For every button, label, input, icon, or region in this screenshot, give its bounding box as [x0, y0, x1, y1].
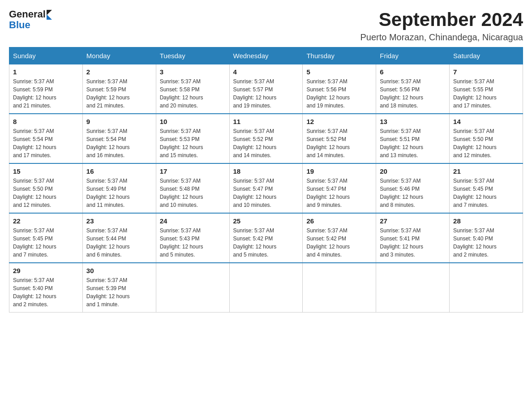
day-number: 17 — [160, 167, 226, 175]
day-number: 25 — [233, 217, 299, 225]
calendar-week-row: 15 Sunrise: 5:37 AMSunset: 5:50 PMDaylig… — [9, 163, 523, 213]
day-info: Sunrise: 5:37 AMSunset: 5:52 PMDaylight:… — [306, 127, 372, 159]
day-number: 4 — [233, 68, 299, 76]
day-info: Sunrise: 5:37 AMSunset: 5:54 PMDaylight:… — [13, 127, 79, 159]
calendar-day-cell: 12 Sunrise: 5:37 AMSunset: 5:52 PMDaylig… — [303, 114, 376, 163]
day-info: Sunrise: 5:37 AMSunset: 5:42 PMDaylight:… — [233, 227, 299, 259]
day-number: 18 — [233, 167, 299, 175]
day-number: 5 — [306, 68, 372, 76]
calendar-day-cell: 10 Sunrise: 5:37 AMSunset: 5:53 PMDaylig… — [156, 114, 229, 163]
day-info: Sunrise: 5:37 AMSunset: 5:53 PMDaylight:… — [160, 127, 226, 159]
logo: General Blue — [9, 9, 52, 30]
day-number: 29 — [13, 267, 79, 274]
day-info: Sunrise: 5:37 AMSunset: 5:41 PMDaylight:… — [380, 227, 446, 259]
logo-blue: Blue — [9, 19, 30, 30]
calendar-day-cell: 28 Sunrise: 5:37 AMSunset: 5:40 PMDaylig… — [450, 213, 523, 263]
calendar-day-cell: 1 Sunrise: 5:37 AMSunset: 5:59 PMDayligh… — [9, 64, 83, 114]
day-number: 28 — [453, 217, 519, 225]
calendar-table: SundayMondayTuesdayWednesdayThursdayFrid… — [9, 47, 523, 313]
calendar-header-row: SundayMondayTuesdayWednesdayThursdayFrid… — [9, 47, 523, 64]
calendar-day-cell: 4 Sunrise: 5:37 AMSunset: 5:57 PMDayligh… — [229, 64, 303, 114]
header-thursday: Thursday — [303, 47, 376, 64]
day-info: Sunrise: 5:37 AMSunset: 5:54 PMDaylight:… — [86, 127, 152, 159]
header-tuesday: Tuesday — [156, 47, 229, 64]
day-info: Sunrise: 5:37 AMSunset: 5:42 PMDaylight:… — [306, 227, 372, 259]
day-number: 12 — [306, 118, 372, 125]
calendar-week-row: 8 Sunrise: 5:37 AMSunset: 5:54 PMDayligh… — [9, 114, 523, 163]
day-info: Sunrise: 5:37 AMSunset: 5:57 PMDaylight:… — [233, 77, 299, 110]
header-monday: Monday — [82, 47, 156, 64]
day-number: 10 — [160, 118, 226, 125]
calendar-week-row: 29 Sunrise: 5:37 AMSunset: 5:40 PMDaylig… — [9, 263, 523, 313]
calendar-day-cell: 21 Sunrise: 5:37 AMSunset: 5:45 PMDaylig… — [450, 163, 523, 213]
calendar-day-cell: 6 Sunrise: 5:37 AMSunset: 5:56 PMDayligh… — [376, 64, 450, 114]
calendar-day-cell: 16 Sunrise: 5:37 AMSunset: 5:49 PMDaylig… — [82, 163, 156, 213]
day-info: Sunrise: 5:37 AMSunset: 5:50 PMDaylight:… — [453, 127, 519, 159]
calendar-day-cell: 19 Sunrise: 5:37 AMSunset: 5:47 PMDaylig… — [303, 163, 376, 213]
calendar-day-cell: 18 Sunrise: 5:37 AMSunset: 5:47 PMDaylig… — [229, 163, 303, 213]
day-info: Sunrise: 5:37 AMSunset: 5:43 PMDaylight:… — [160, 227, 226, 259]
day-info: Sunrise: 5:37 AMSunset: 5:40 PMDaylight:… — [13, 276, 79, 308]
day-number: 19 — [306, 167, 372, 175]
day-number: 7 — [453, 68, 519, 76]
calendar-day-cell: 9 Sunrise: 5:37 AMSunset: 5:54 PMDayligh… — [82, 114, 156, 163]
calendar-day-cell: 8 Sunrise: 5:37 AMSunset: 5:54 PMDayligh… — [9, 114, 83, 163]
header-sunday: Sunday — [9, 47, 83, 64]
calendar-subtitle: Puerto Morazan, Chinandega, Nicaragua — [360, 32, 523, 43]
calendar-day-cell: 17 Sunrise: 5:37 AMSunset: 5:48 PMDaylig… — [156, 163, 229, 213]
day-info: Sunrise: 5:37 AMSunset: 5:59 PMDaylight:… — [13, 77, 79, 110]
calendar-day-cell: 3 Sunrise: 5:37 AMSunset: 5:58 PMDayligh… — [156, 64, 229, 114]
calendar-day-cell: 25 Sunrise: 5:37 AMSunset: 5:42 PMDaylig… — [229, 213, 303, 263]
day-number: 6 — [380, 68, 446, 76]
day-number: 20 — [380, 167, 446, 175]
calendar-day-cell: 2 Sunrise: 5:37 AMSunset: 5:59 PMDayligh… — [82, 64, 156, 114]
day-number: 16 — [86, 167, 152, 175]
day-info: Sunrise: 5:37 AMSunset: 5:45 PMDaylight:… — [453, 177, 519, 209]
calendar-day-cell: 20 Sunrise: 5:37 AMSunset: 5:46 PMDaylig… — [376, 163, 450, 213]
calendar-day-cell: 26 Sunrise: 5:37 AMSunset: 5:42 PMDaylig… — [303, 213, 376, 263]
day-info: Sunrise: 5:37 AMSunset: 5:48 PMDaylight:… — [160, 177, 226, 209]
calendar-week-row: 1 Sunrise: 5:37 AMSunset: 5:59 PMDayligh… — [9, 64, 523, 114]
page-header: General Blue September 2024 Puerto Moraz… — [9, 9, 523, 43]
day-number: 23 — [86, 217, 152, 225]
header-friday: Friday — [376, 47, 450, 64]
calendar-day-cell: 5 Sunrise: 5:37 AMSunset: 5:56 PMDayligh… — [303, 64, 376, 114]
calendar-title: September 2024 — [360, 9, 523, 30]
day-number: 1 — [13, 68, 79, 76]
day-info: Sunrise: 5:37 AMSunset: 5:45 PMDaylight:… — [13, 227, 79, 259]
day-number: 13 — [380, 118, 446, 125]
calendar-day-cell: 13 Sunrise: 5:37 AMSunset: 5:51 PMDaylig… — [376, 114, 450, 163]
day-info: Sunrise: 5:37 AMSunset: 5:58 PMDaylight:… — [160, 77, 226, 110]
calendar-day-cell — [156, 263, 229, 313]
day-number: 14 — [453, 118, 519, 125]
day-info: Sunrise: 5:37 AMSunset: 5:50 PMDaylight:… — [13, 177, 79, 209]
calendar-day-cell — [303, 263, 376, 313]
day-info: Sunrise: 5:37 AMSunset: 5:47 PMDaylight:… — [306, 177, 372, 209]
day-info: Sunrise: 5:37 AMSunset: 5:59 PMDaylight:… — [86, 77, 152, 110]
title-section: September 2024 Puerto Morazan, Chinandeg… — [360, 9, 523, 43]
day-number: 22 — [13, 217, 79, 225]
logo-general: General — [9, 9, 46, 20]
calendar-day-cell: 27 Sunrise: 5:37 AMSunset: 5:41 PMDaylig… — [376, 213, 450, 263]
calendar-day-cell: 14 Sunrise: 5:37 AMSunset: 5:50 PMDaylig… — [450, 114, 523, 163]
day-info: Sunrise: 5:37 AMSunset: 5:56 PMDaylight:… — [306, 77, 372, 110]
day-number: 8 — [13, 118, 79, 125]
day-number: 3 — [160, 68, 226, 76]
day-info: Sunrise: 5:37 AMSunset: 5:52 PMDaylight:… — [233, 127, 299, 159]
day-info: Sunrise: 5:37 AMSunset: 5:39 PMDaylight:… — [86, 276, 152, 308]
day-info: Sunrise: 5:37 AMSunset: 5:44 PMDaylight:… — [86, 227, 152, 259]
day-info: Sunrise: 5:37 AMSunset: 5:40 PMDaylight:… — [453, 227, 519, 259]
day-info: Sunrise: 5:37 AMSunset: 5:46 PMDaylight:… — [380, 177, 446, 209]
header-saturday: Saturday — [450, 47, 523, 64]
header-wednesday: Wednesday — [229, 47, 303, 64]
calendar-week-row: 22 Sunrise: 5:37 AMSunset: 5:45 PMDaylig… — [9, 213, 523, 263]
calendar-day-cell: 24 Sunrise: 5:37 AMSunset: 5:43 PMDaylig… — [156, 213, 229, 263]
day-number: 26 — [306, 217, 372, 225]
calendar-day-cell — [376, 263, 450, 313]
calendar-day-cell — [229, 263, 303, 313]
day-number: 11 — [233, 118, 299, 125]
day-number: 9 — [86, 118, 152, 125]
day-info: Sunrise: 5:37 AMSunset: 5:47 PMDaylight:… — [233, 177, 299, 209]
calendar-day-cell: 23 Sunrise: 5:37 AMSunset: 5:44 PMDaylig… — [82, 213, 156, 263]
day-number: 24 — [160, 217, 226, 225]
